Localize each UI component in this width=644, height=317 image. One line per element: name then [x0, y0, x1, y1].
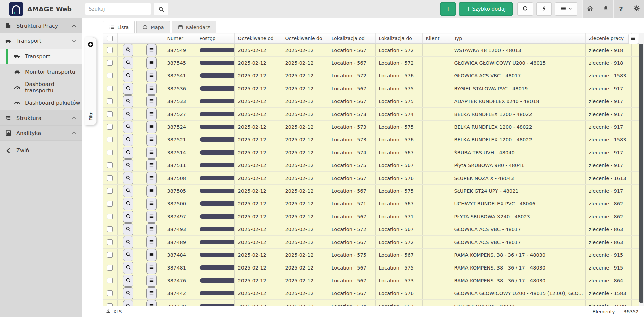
sidebar-item-struktura-pracy[interactable]: Struktura Pracy — [0, 18, 82, 33]
row-menu-button[interactable] — [146, 300, 157, 306]
sidebar-item-transport[interactable]: Transport — [0, 49, 82, 64]
row-checkbox[interactable] — [107, 124, 113, 130]
sidebar-item-transport[interactable]: Transport — [0, 33, 82, 49]
row-checkbox[interactable] — [107, 303, 113, 306]
row-checkbox[interactable] — [107, 150, 113, 155]
table-row[interactable]: 387497 2025-02-12 2025-02-12 Location - … — [103, 210, 639, 223]
row-menu-button[interactable] — [146, 134, 157, 146]
row-menu-button[interactable] — [146, 44, 157, 56]
table-row[interactable]: 387500 2025-02-12 2025-02-12 Location - … — [103, 197, 639, 210]
row-checkbox[interactable] — [107, 252, 113, 258]
xls-export-button[interactable]: XLS — [106, 309, 122, 315]
row-checkbox[interactable] — [107, 265, 113, 271]
row-checkbox[interactable] — [107, 188, 113, 194]
table-row[interactable]: 387484 2025-02-12 2025-02-12 Location - … — [103, 249, 639, 261]
tab-mapa[interactable]: Mapa — [136, 21, 170, 33]
row-details-button[interactable] — [123, 262, 133, 274]
row-menu-button[interactable] — [146, 198, 157, 210]
row-details-button[interactable] — [123, 70, 133, 82]
table-row[interactable]: 387508 2025-02-12 2025-02-12 Location - … — [103, 172, 639, 185]
row-details-button[interactable] — [123, 147, 133, 159]
select-all-checkbox[interactable] — [107, 36, 113, 41]
tab-kalendarz[interactable]: Kalendarz — [172, 21, 216, 33]
home-button[interactable] — [582, 0, 598, 18]
table-row[interactable]: 387541 2025-02-12 2025-02-12 Location - … — [103, 69, 639, 82]
row-menu-button[interactable] — [146, 211, 157, 223]
row-menu-button[interactable] — [146, 159, 157, 171]
table-row[interactable]: 387493 2025-02-12 2025-02-12 Location - … — [103, 223, 639, 236]
row-details-button[interactable] — [123, 108, 133, 120]
row-checkbox[interactable] — [107, 239, 113, 245]
row-checkbox[interactable] — [107, 111, 113, 117]
row-checkbox[interactable] — [107, 175, 113, 181]
quick-actions-button[interactable] — [536, 2, 552, 16]
row-details-button[interactable] — [123, 83, 133, 95]
row-details-button[interactable] — [123, 287, 133, 299]
row-menu-button[interactable] — [146, 57, 157, 69]
quick-add-button[interactable]: + Szybko dodaj — [459, 2, 513, 16]
row-details-button[interactable] — [123, 223, 133, 235]
row-details-button[interactable] — [123, 95, 133, 107]
table-row[interactable]: 387481 2025-02-12 2025-02-12 Location - … — [103, 261, 639, 274]
row-details-button[interactable] — [123, 159, 133, 171]
table-row[interactable]: 387533 2025-02-12 2025-02-12 Location - … — [103, 95, 639, 108]
row-checkbox[interactable] — [107, 201, 113, 207]
col-numer[interactable]: Numer — [164, 33, 196, 44]
col-klient[interactable]: Klient — [422, 33, 451, 44]
table-row[interactable]: 387527 2025-02-12 2025-02-12 Location - … — [103, 108, 639, 121]
row-checkbox[interactable] — [107, 47, 113, 53]
row-checkbox[interactable] — [107, 278, 113, 283]
search-button[interactable] — [154, 3, 168, 15]
table-row[interactable]: 387521 2025-02-12 2025-02-12 Location - … — [103, 133, 639, 146]
row-menu-button[interactable] — [146, 172, 157, 184]
row-details-button[interactable] — [123, 236, 133, 248]
table-row[interactable]: 387505 2025-02-12 2025-02-12 Location - … — [103, 185, 639, 197]
col-lokalizacja-od[interactable]: Lokalizacja od — [328, 33, 375, 44]
row-menu-button[interactable] — [146, 249, 157, 261]
menu-button[interactable] — [555, 2, 577, 16]
row-menu-button[interactable] — [146, 262, 157, 274]
table-row[interactable]: 387476 2025-02-12 2025-02-12 Location - … — [103, 274, 639, 287]
row-details-button[interactable] — [123, 44, 133, 56]
row-details-button[interactable] — [123, 121, 133, 133]
search-input[interactable] — [85, 3, 151, 15]
row-details-button[interactable] — [123, 172, 133, 184]
table-row[interactable]: 387438 2025-02-12 2025-02-12 Location - … — [103, 300, 639, 306]
col-zlecenie-pracy[interactable]: Zlecenie pracy — [585, 33, 631, 44]
row-checkbox[interactable] — [107, 137, 113, 142]
table-row[interactable]: 387549 2025-02-12 2025-02-12 Location - … — [103, 44, 639, 57]
table-row[interactable]: 387511 2025-02-12 2025-02-12 Location - … — [103, 159, 639, 172]
row-menu-button[interactable] — [146, 83, 157, 95]
sidebar-item-zwiń[interactable]: Zwiń — [0, 143, 82, 158]
table-row[interactable]: 387514 2025-02-12 2025-02-12 Location - … — [103, 146, 639, 159]
row-checkbox[interactable] — [107, 162, 113, 168]
plus-circle-icon[interactable] — [88, 41, 94, 47]
row-checkbox[interactable] — [107, 86, 113, 91]
row-menu-button[interactable] — [146, 287, 157, 299]
table-row[interactable]: 387524 2025-02-12 2025-02-12 Location - … — [103, 121, 639, 133]
tab-lista[interactable]: Lista — [103, 21, 135, 33]
row-menu-button[interactable] — [146, 147, 157, 159]
row-details-button[interactable] — [123, 134, 133, 146]
row-menu-button[interactable] — [146, 70, 157, 82]
table-row[interactable]: 387536 2025-02-12 2025-02-12 Location - … — [103, 82, 639, 95]
row-checkbox[interactable] — [107, 290, 113, 296]
row-checkbox[interactable] — [107, 98, 113, 104]
row-details-button[interactable] — [123, 300, 133, 306]
row-menu-button[interactable] — [146, 95, 157, 107]
row-checkbox[interactable] — [107, 214, 113, 219]
row-checkbox[interactable] — [107, 73, 113, 78]
row-menu-button[interactable] — [146, 275, 157, 287]
row-details-button[interactable] — [123, 185, 133, 197]
add-button[interactable]: + — [440, 2, 456, 16]
help-button[interactable]: ? — [613, 0, 629, 18]
refresh-button[interactable] — [517, 2, 533, 16]
vertical-scrollbar[interactable] — [639, 33, 644, 306]
row-details-button[interactable] — [123, 57, 133, 69]
row-details-button[interactable] — [123, 275, 133, 287]
row-menu-button[interactable] — [146, 223, 157, 235]
sidebar-item-dashboard-transportu[interactable]: Dashboard transportu — [0, 80, 82, 95]
sidebar-item-monitor-transportu[interactable]: Monitor transportu — [0, 64, 82, 80]
row-menu-button[interactable] — [146, 236, 157, 248]
sidebar-item-analityka[interactable]: Analityka — [0, 126, 82, 141]
